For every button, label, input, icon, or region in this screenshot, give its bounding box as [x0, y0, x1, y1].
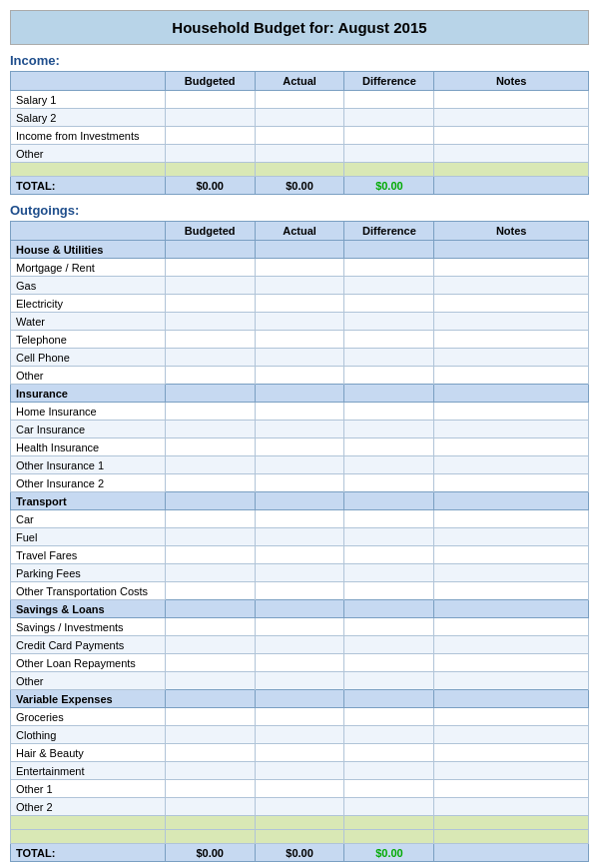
outgoings-actual-cell[interactable] [255, 421, 344, 438]
outgoings-actual-cell[interactable] [255, 726, 344, 744]
outgoings-budgeted-cell[interactable] [165, 295, 255, 313]
outgoings-notes-cell[interactable] [434, 618, 589, 636]
outgoings-actual-cell[interactable] [255, 798, 344, 816]
outgoings-notes-cell[interactable] [434, 349, 589, 367]
income-budgeted-cell[interactable] [165, 91, 255, 109]
outgoings-notes-cell[interactable] [434, 438, 589, 456]
income-actual-cell[interactable] [255, 145, 344, 163]
outgoings-budgeted-cell[interactable] [165, 438, 255, 456]
outgoings-budgeted-cell[interactable] [165, 510, 255, 528]
income-budgeted-cell[interactable] [165, 109, 255, 127]
outgoings-notes-cell[interactable] [434, 277, 589, 295]
outgoings-budgeted-cell[interactable] [165, 331, 255, 349]
outgoings-notes-cell[interactable] [434, 564, 589, 582]
outgoings-budgeted-cell[interactable] [165, 708, 255, 726]
outgoings-actual-cell[interactable] [255, 672, 344, 690]
category-name: Savings & Loans [11, 600, 166, 618]
outgoings-actual-cell[interactable] [255, 403, 344, 421]
outgoings-notes-cell[interactable] [434, 672, 589, 690]
outgoings-category-header: Transport [11, 492, 589, 510]
outgoings-notes-cell[interactable] [434, 636, 589, 654]
outgoings-budgeted-cell[interactable] [165, 546, 255, 564]
income-col-label [11, 72, 166, 91]
outgoings-actual-cell[interactable] [255, 331, 344, 349]
outgoings-actual-cell[interactable] [255, 636, 344, 654]
outgoings-notes-cell[interactable] [434, 582, 589, 600]
outgoings-notes-cell[interactable] [434, 421, 589, 438]
outgoings-budgeted-cell[interactable] [165, 528, 255, 546]
income-budgeted-cell[interactable] [165, 127, 255, 145]
income-notes-cell[interactable] [434, 109, 589, 127]
outgoings-actual-cell[interactable] [255, 654, 344, 672]
outgoings-actual-cell[interactable] [255, 510, 344, 528]
outgoings-actual-cell[interactable] [255, 277, 344, 295]
outgoings-notes-cell[interactable] [434, 528, 589, 546]
outgoings-notes-cell[interactable] [434, 780, 589, 798]
outgoings-notes-cell[interactable] [434, 331, 589, 349]
outgoings-actual-cell[interactable] [255, 780, 344, 798]
outgoings-notes-cell[interactable] [434, 510, 589, 528]
income-notes-cell[interactable] [434, 91, 589, 109]
outgoings-actual-cell[interactable] [255, 295, 344, 313]
outgoings-actual-cell[interactable] [255, 313, 344, 331]
outgoings-budgeted-cell[interactable] [165, 474, 255, 492]
outgoings-budgeted-cell[interactable] [165, 798, 255, 816]
income-actual-cell[interactable] [255, 109, 344, 127]
outgoings-notes-cell[interactable] [434, 726, 589, 744]
outgoings-budgeted-cell[interactable] [165, 259, 255, 277]
outgoings-data-row: Other Transportation Costs [11, 582, 589, 600]
outgoings-budgeted-cell[interactable] [165, 618, 255, 636]
outgoings-notes-cell[interactable] [434, 295, 589, 313]
outgoings-budgeted-cell[interactable] [165, 564, 255, 582]
outgoings-actual-cell[interactable] [255, 744, 344, 762]
outgoings-budgeted-cell[interactable] [165, 313, 255, 331]
outgoings-budgeted-cell[interactable] [165, 654, 255, 672]
income-row-label: Other [11, 145, 166, 163]
income-col-budgeted: Budgeted [165, 72, 255, 91]
outgoings-diff-cell [344, 744, 434, 762]
outgoings-notes-cell[interactable] [434, 367, 589, 385]
outgoings-actual-cell[interactable] [255, 582, 344, 600]
outgoings-actual-cell[interactable] [255, 708, 344, 726]
outgoings-notes-cell[interactable] [434, 474, 589, 492]
outgoings-notes-cell[interactable] [434, 259, 589, 277]
outgoings-budgeted-cell[interactable] [165, 780, 255, 798]
outgoings-budgeted-cell[interactable] [165, 403, 255, 421]
outgoings-notes-cell[interactable] [434, 313, 589, 331]
outgoings-budgeted-cell[interactable] [165, 277, 255, 295]
income-actual-cell[interactable] [255, 127, 344, 145]
outgoings-budgeted-cell[interactable] [165, 726, 255, 744]
outgoings-actual-cell[interactable] [255, 456, 344, 474]
outgoings-budgeted-cell[interactable] [165, 762, 255, 780]
outgoings-actual-cell[interactable] [255, 367, 344, 385]
outgoings-actual-cell[interactable] [255, 528, 344, 546]
income-notes-cell[interactable] [434, 127, 589, 145]
outgoings-budgeted-cell[interactable] [165, 421, 255, 438]
income-budgeted-cell[interactable] [165, 145, 255, 163]
outgoings-budgeted-cell[interactable] [165, 367, 255, 385]
outgoings-notes-cell[interactable] [434, 798, 589, 816]
outgoings-actual-cell[interactable] [255, 564, 344, 582]
outgoings-actual-cell[interactable] [255, 618, 344, 636]
outgoings-actual-cell[interactable] [255, 438, 344, 456]
outgoings-actual-cell[interactable] [255, 349, 344, 367]
outgoings-budgeted-cell[interactable] [165, 349, 255, 367]
outgoings-notes-cell[interactable] [434, 744, 589, 762]
outgoings-actual-cell[interactable] [255, 259, 344, 277]
outgoings-budgeted-cell[interactable] [165, 672, 255, 690]
outgoings-notes-cell[interactable] [434, 546, 589, 564]
income-actual-cell[interactable] [255, 91, 344, 109]
outgoings-actual-cell[interactable] [255, 762, 344, 780]
outgoings-budgeted-cell[interactable] [165, 456, 255, 474]
outgoings-budgeted-cell[interactable] [165, 744, 255, 762]
outgoings-notes-cell[interactable] [434, 762, 589, 780]
income-notes-cell[interactable] [434, 145, 589, 163]
outgoings-budgeted-cell[interactable] [165, 582, 255, 600]
outgoings-actual-cell[interactable] [255, 546, 344, 564]
outgoings-actual-cell[interactable] [255, 474, 344, 492]
outgoings-budgeted-cell[interactable] [165, 636, 255, 654]
outgoings-notes-cell[interactable] [434, 456, 589, 474]
outgoings-notes-cell[interactable] [434, 654, 589, 672]
outgoings-notes-cell[interactable] [434, 708, 589, 726]
outgoings-notes-cell[interactable] [434, 403, 589, 421]
